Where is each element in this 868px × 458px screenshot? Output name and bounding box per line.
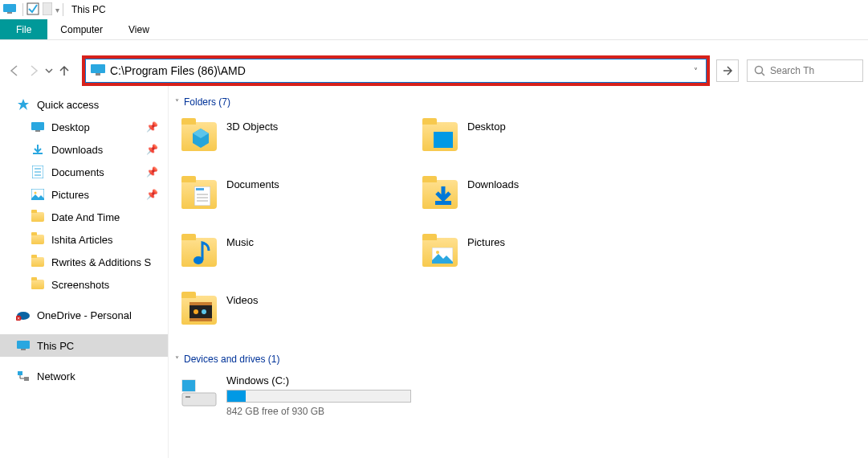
svg-rect-11: [33, 153, 43, 154]
star-icon: [16, 97, 31, 112]
folder-label: 3D Objects: [226, 117, 278, 133]
sidebar-item-label: OneDrive - Personal: [37, 309, 132, 321]
folder-item-3d-objects[interactable]: 3D Objects: [175, 114, 416, 172]
svg-rect-33: [435, 201, 451, 205]
svg-rect-42: [182, 393, 216, 406]
up-button[interactable]: [55, 61, 74, 80]
folder-item-desktop[interactable]: Desktop: [416, 114, 657, 172]
folder-label: Documents: [226, 175, 279, 190]
tab-computer[interactable]: Computer: [47, 19, 116, 39]
sidebar-item-date-and-time[interactable]: Date And Time: [0, 206, 168, 228]
tab-view[interactable]: View: [116, 19, 162, 39]
folder-item-documents[interactable]: Documents: [175, 172, 416, 230]
folder-label: Videos: [226, 291, 259, 306]
group-header-drives[interactable]: ˅ Devices and drives (1): [175, 354, 862, 365]
svg-rect-23: [18, 371, 22, 375]
videos-folder-icon: [180, 291, 218, 329]
documents-icon: [31, 165, 45, 179]
recent-locations-button[interactable]: [43, 61, 55, 80]
svg-rect-47: [182, 386, 189, 391]
sidebar-item-onedrive[interactable]: ✕ OneDrive - Personal: [0, 304, 168, 326]
go-button[interactable]: [716, 59, 739, 82]
sidebar-item-this-pc[interactable]: This PC: [0, 334, 168, 357]
sidebar-item-label: This PC: [37, 340, 74, 352]
pin-icon: 📌: [146, 166, 158, 178]
address-bar[interactable]: ˅: [85, 59, 707, 83]
drive-info: Windows (C:) 842 GB free of 930 GB: [226, 374, 411, 417]
svg-rect-4: [91, 64, 105, 73]
folder-item-downloads[interactable]: Downloads: [416, 172, 657, 230]
svg-point-36: [436, 251, 439, 254]
drive-free-text: 842 GB free of 930 GB: [226, 406, 411, 417]
forward-button[interactable]: [24, 61, 43, 80]
svg-rect-29: [196, 188, 204, 190]
music-folder-icon: [180, 233, 218, 272]
sidebar-item-pictures[interactable]: Pictures 📌: [0, 183, 168, 206]
svg-rect-45: [182, 380, 189, 386]
separator: [63, 3, 63, 16]
search-placeholder: Search Th: [770, 65, 814, 76]
folders-grid: 3D Objects Desktop Documents Downloads M…: [175, 114, 862, 346]
svg-rect-24: [24, 377, 29, 381]
drive-usage-bar: [226, 390, 411, 403]
pc-icon: [3, 4, 16, 16]
network-icon: [16, 369, 31, 383]
sidebar-item-documents[interactable]: Documents 📌: [0, 161, 168, 183]
qat-checkbox-icon[interactable]: [26, 2, 39, 18]
svg-rect-22: [21, 349, 26, 350]
sidebar-item-screenshots[interactable]: Screenshots: [0, 273, 168, 296]
ribbon-tabs: File Computer View: [0, 19, 868, 40]
qat-dropdown-icon[interactable]: ▾: [55, 6, 59, 14]
svg-rect-5: [96, 73, 100, 76]
svg-point-41: [202, 309, 206, 314]
search-icon: [754, 65, 765, 76]
folder-icon: [31, 232, 45, 247]
svg-rect-48: [189, 386, 195, 391]
sidebar-item-label: Documents: [51, 166, 104, 178]
svg-point-17: [35, 192, 37, 194]
folder-label: Music: [226, 233, 254, 248]
sidebar-item-quick-access[interactable]: Quick access: [0, 93, 168, 116]
onedrive-icon: ✕: [16, 308, 31, 322]
svg-point-6: [756, 67, 763, 74]
folder-item-videos[interactable]: Videos: [175, 288, 416, 346]
pictures-folder-icon: [421, 233, 459, 272]
group-header-label: Folders (7): [184, 96, 230, 108]
sidebar-item-label: Ishita Articles: [51, 234, 113, 246]
chevron-down-icon: ˅: [175, 98, 179, 107]
sidebar-item-label: Network: [37, 370, 75, 382]
main-area: Quick access Desktop 📌 Downloads 📌 Docum…: [0, 85, 868, 458]
sidebar-item-downloads[interactable]: Downloads 📌: [0, 138, 168, 161]
svg-rect-46: [189, 380, 195, 386]
svg-rect-3: [43, 2, 52, 15]
svg-rect-0: [3, 4, 16, 12]
pc-icon: [91, 64, 105, 78]
tab-file[interactable]: File: [0, 19, 47, 39]
drive-item-windows-c[interactable]: Windows (C:) 842 GB free of 930 GB: [175, 371, 416, 420]
svg-rect-1: [7, 12, 12, 14]
group-header-folders[interactable]: ˅ Folders (7): [175, 96, 862, 108]
sidebar-item-network[interactable]: Network: [0, 365, 168, 387]
address-bar-highlight: ˅: [82, 55, 710, 86]
svg-rect-9: [31, 122, 44, 130]
folder-icon: [31, 255, 45, 269]
folder-icon: [31, 210, 45, 224]
svg-point-40: [194, 309, 198, 314]
window-title: This PC: [71, 4, 106, 15]
chevron-down-icon: ˅: [175, 355, 179, 364]
search-box[interactable]: Search Th: [747, 59, 863, 82]
back-button[interactable]: [5, 61, 24, 80]
folder-label: Downloads: [467, 175, 519, 190]
address-input[interactable]: [110, 63, 685, 79]
qat-doc-icon[interactable]: [43, 2, 52, 18]
titlebar: ▾ This PC: [0, 0, 868, 19]
folder-item-music[interactable]: Music: [175, 230, 416, 288]
address-dropdown-icon[interactable]: ˅: [685, 67, 706, 76]
sidebar-item-label: Downloads: [51, 144, 103, 156]
sidebar-item-ishita-articles[interactable]: Ishita Articles: [0, 228, 168, 251]
svg-rect-10: [35, 130, 40, 132]
folder-icon: [31, 277, 45, 292]
folder-item-pictures[interactable]: Pictures: [416, 230, 657, 288]
sidebar-item-desktop[interactable]: Desktop 📌: [0, 116, 168, 138]
sidebar-item-rwrites[interactable]: Rwrites & Additions S: [0, 251, 168, 273]
